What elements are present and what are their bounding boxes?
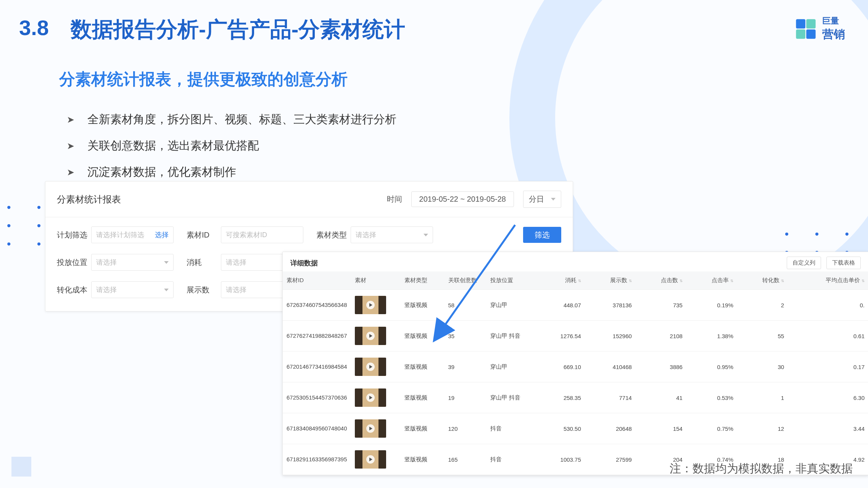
cell-type: 竖版视频	[401, 382, 444, 413]
cell-shows: 410468	[585, 352, 636, 382]
cell-related-link[interactable]: 120	[444, 413, 486, 444]
play-icon	[366, 363, 375, 371]
report-card-title: 分素材统计报表	[57, 193, 121, 205]
material-id-input[interactable]: 可搜索素材ID	[221, 226, 303, 243]
material-type-select[interactable]: 请选择	[351, 226, 433, 243]
section-title: 数据报告分析-广告产品-分素材统计	[71, 15, 405, 44]
cell-position: 抖音	[486, 444, 536, 475]
table-row[interactable]: 6726374607543566348竖版视频58穿山甲448.07378136…	[283, 290, 868, 321]
col-cost[interactable]: 消耗⇅	[536, 271, 585, 290]
play-icon	[366, 393, 375, 402]
cell-id: 6726374607543566348	[283, 290, 351, 321]
cell-thumb[interactable]	[351, 382, 401, 413]
placeholder-text: 请选择	[96, 258, 117, 267]
cell-related-link[interactable]: 19	[444, 382, 486, 413]
placeholder-text: 可搜索素材ID	[226, 230, 267, 239]
table-row[interactable]: 6720146773416984584竖版视频39穿山甲669.10410468…	[283, 352, 868, 382]
play-icon	[366, 424, 375, 433]
filter-label: 素材类型	[316, 230, 351, 240]
cell-id: 6727627419882848267	[283, 321, 351, 352]
placeholder-text: 请选择计划筛选	[96, 230, 144, 239]
select-link[interactable]: 选择	[155, 230, 169, 239]
cell-type: 竖版视频	[401, 321, 444, 352]
video-thumb[interactable]	[355, 296, 386, 314]
cell-related-link[interactable]: 39	[444, 352, 486, 382]
cell-thumb[interactable]	[351, 321, 401, 352]
video-thumb[interactable]	[355, 450, 386, 469]
svg-rect-0	[796, 19, 805, 29]
table-row[interactable]: 6725305154457370636竖版视频19穿山甲 抖音258.35771…	[283, 382, 868, 413]
sort-icon: ⇅	[781, 279, 784, 283]
video-thumb[interactable]	[355, 358, 386, 376]
cell-cost: 1003.75	[536, 444, 585, 475]
bullet-item: ➤沉淀素材数据，优化素材制作	[67, 164, 563, 180]
sort-icon: ⇅	[680, 279, 683, 283]
chevron-right-icon: ➤	[67, 167, 74, 178]
cell-thumb[interactable]	[351, 352, 401, 382]
section-number: 3.8	[19, 15, 49, 40]
sub-heading: 分素材统计报表，提供更极致的创意分析	[59, 69, 348, 90]
custom-columns-button[interactable]: 自定义列	[787, 257, 821, 269]
table-row[interactable]: 6718340849560748040竖版视频120抖音530.50206481…	[283, 413, 868, 444]
cell-thumb[interactable]	[351, 290, 401, 321]
cell-cost: 258.35	[536, 382, 585, 413]
col-related[interactable]: 关联创意数	[444, 271, 486, 290]
placeholder-text: 请选择	[356, 230, 376, 239]
plan-filter-input[interactable]: 请选择计划筛选选择	[91, 226, 174, 243]
play-icon	[366, 455, 375, 464]
video-thumb[interactable]	[355, 419, 386, 438]
granularity-value: 分日	[529, 194, 544, 204]
cell-clicks: 735	[636, 290, 686, 321]
video-thumb[interactable]	[355, 327, 386, 345]
cell-thumb[interactable]	[351, 444, 401, 475]
cell-cost: 530.50	[536, 413, 585, 444]
cell-related-link[interactable]: 165	[444, 444, 486, 475]
chevron-down-icon	[551, 198, 556, 201]
cell-clicks: 3886	[636, 352, 686, 382]
bullet-text: 沉淀素材数据，优化素材制作	[87, 164, 236, 180]
col-avg-cpc[interactable]: 平均点击单价⇅	[788, 271, 868, 290]
cell-related-link[interactable]: 58	[444, 290, 486, 321]
cell-avg-cpc: 0.17	[788, 352, 868, 382]
video-thumb[interactable]	[355, 388, 386, 407]
col-position[interactable]: 投放位置	[486, 271, 536, 290]
cell-position: 穿山甲 抖音	[486, 382, 536, 413]
cell-shows: 7714	[585, 382, 636, 413]
bullet-item: ➤全新素材角度，拆分图片、视频、标题、三大类素材进行分析	[67, 112, 563, 127]
col-shows[interactable]: 展示数⇅	[585, 271, 636, 290]
table-row[interactable]: 6727627419882848267竖版视频35穿山甲 抖音1276.5415…	[283, 321, 868, 352]
col-clicks[interactable]: 点击数⇅	[636, 271, 686, 290]
cell-type: 竖版视频	[401, 290, 444, 321]
cell-shows: 27599	[585, 444, 636, 475]
svg-rect-2	[796, 29, 805, 39]
download-table-button[interactable]: 下载表格	[826, 257, 861, 269]
brand-logo-block: 巨量 营销	[795, 15, 845, 42]
filter-button[interactable]: 筛选	[523, 227, 561, 243]
sort-icon: ⇅	[730, 279, 733, 283]
cell-conv: 55	[737, 321, 788, 352]
cell-related-link[interactable]: 35	[444, 321, 486, 352]
bullet-text: 全新素材角度，拆分图片、视频、标题、三大类素材进行分析	[87, 112, 396, 127]
filter-label: 素材ID	[187, 230, 221, 240]
cell-thumb[interactable]	[351, 413, 401, 444]
col-ctr[interactable]: 点击率⇅	[686, 271, 737, 290]
cell-cost: 669.10	[536, 352, 585, 382]
col-id[interactable]: 素材ID	[283, 271, 351, 290]
sort-icon: ⇅	[578, 279, 581, 283]
filter-label: 投放位置	[57, 257, 91, 268]
cell-avg-cpc: 0.61	[788, 321, 868, 352]
filter-label: 消耗	[187, 257, 221, 268]
cell-conv: 12	[737, 413, 788, 444]
date-range-picker[interactable]: 2019-05-22 ~ 2019-05-28	[411, 191, 514, 207]
conv-cost-select[interactable]: 请选择	[91, 281, 174, 298]
placeholder-text: 请选择	[226, 285, 246, 294]
granularity-select[interactable]: 分日	[523, 191, 561, 208]
play-icon	[366, 301, 375, 309]
detail-table: 素材ID 素材 素材类型 关联创意数 投放位置 消耗⇅ 展示数⇅ 点击数⇅ 点击…	[283, 271, 868, 475]
col-material[interactable]: 素材	[351, 271, 401, 290]
cell-id: 6725305154457370636	[283, 382, 351, 413]
col-conv[interactable]: 转化数⇅	[737, 271, 788, 290]
position-select[interactable]: 请选择	[91, 254, 174, 271]
chevron-down-icon	[164, 289, 169, 291]
col-type[interactable]: 素材类型	[401, 271, 444, 290]
